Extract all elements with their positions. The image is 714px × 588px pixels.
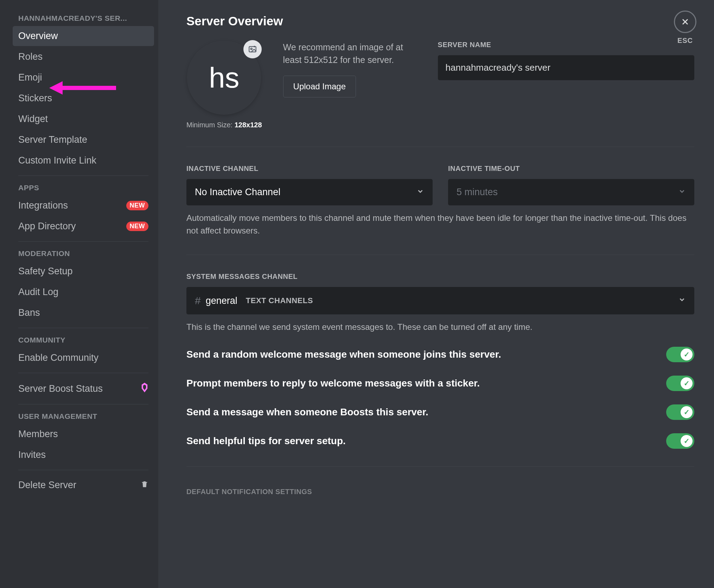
sidebar-item-label: Custom Invite Link: [18, 155, 96, 166]
sidebar-item-safety-setup[interactable]: Safety Setup: [13, 261, 154, 281]
sidebar-item-label: Bans: [18, 307, 40, 318]
inactive-help-text: Automatically move members to this chann…: [186, 212, 694, 237]
sidebar-item-server-boost-status[interactable]: Server Boost Status: [13, 378, 154, 399]
inactive-channel-value: No Inactive Channel: [195, 187, 280, 198]
sidebar-item-label: Roles: [18, 51, 43, 62]
sidebar-item-custom-invite-link[interactable]: Custom Invite Link: [13, 151, 154, 171]
sidebar-item-widget[interactable]: Widget: [13, 109, 154, 129]
sidebar-item-bans[interactable]: Bans: [13, 303, 154, 323]
chevron-down-icon: [416, 187, 424, 197]
sidebar-item-label: Integrations: [18, 200, 68, 211]
system-channel-category: TEXT CHANNELS: [246, 296, 313, 305]
chevron-down-icon: [678, 296, 686, 306]
inactive-channel-select[interactable]: No Inactive Channel: [186, 179, 433, 205]
sidebar-divider: [18, 373, 148, 373]
inactive-timeout-select[interactable]: 5 minutes: [448, 179, 694, 205]
sidebar-item-label: Audit Log: [18, 287, 58, 298]
toggle-boost-message[interactable]: ✓: [666, 404, 694, 420]
sidebar-divider: [18, 470, 148, 470]
toggle-welcome-message[interactable]: ✓: [666, 347, 694, 362]
chevron-down-icon: [678, 187, 686, 197]
section-divider: [186, 147, 694, 147]
toggle-label-sticker-prompt: Prompt members to reply to welcome messa…: [186, 378, 480, 389]
sidebar-item-label: Stickers: [18, 93, 52, 104]
min-size-text: Minimum Size: 128x128: [186, 121, 262, 129]
sidebar-section-apps: APPS: [13, 181, 154, 195]
toggle-label-boost-message: Send a message when someone Boosts this …: [186, 407, 428, 418]
inactive-timeout-label: INACTIVE TIME-OUT: [448, 165, 694, 173]
check-icon: ✓: [681, 406, 693, 418]
sidebar-item-label: Members: [18, 429, 58, 440]
hash-icon: #: [195, 295, 201, 307]
boost-icon: [141, 383, 148, 395]
sidebar-item-label: Widget: [18, 114, 48, 124]
close-area: ESC: [674, 11, 696, 45]
inactive-timeout-value: 5 minutes: [457, 187, 498, 198]
server-name-input[interactable]: [438, 55, 694, 80]
sidebar-item-stickers[interactable]: Stickers: [13, 88, 154, 108]
toggle-label-welcome-message: Send a random welcome message when someo…: [186, 349, 501, 360]
sidebar-item-server-template[interactable]: Server Template: [13, 130, 154, 150]
server-name-label: SERVER NAME: [438, 41, 694, 49]
sidebar-item-label: Overview: [18, 31, 58, 41]
new-badge: NEW: [126, 222, 149, 231]
default-notification-settings-label: DEFAULT NOTIFICATION SETTINGS: [186, 488, 694, 496]
system-messages-channel-select[interactable]: # general TEXT CHANNELS: [186, 287, 694, 314]
svg-point-1: [251, 48, 252, 50]
sidebar-item-roles[interactable]: Roles: [13, 47, 154, 67]
system-messages-channel-label: SYSTEM MESSAGES CHANNEL: [186, 273, 694, 281]
sidebar-item-overview[interactable]: Overview: [13, 26, 154, 46]
sidebar-section-moderation: MODERATION: [13, 247, 154, 261]
close-button[interactable]: [674, 11, 696, 33]
sidebar-divider: [18, 175, 148, 176]
system-channel-help-text: This is the channel we send system event…: [186, 321, 694, 333]
sidebar-item-delete-server[interactable]: Delete Server: [13, 475, 154, 495]
sidebar-divider: [18, 404, 148, 404]
sidebar-item-label: App Directory: [18, 221, 76, 232]
server-avatar-initials: hs: [209, 61, 240, 94]
section-divider: [186, 466, 694, 467]
sidebar-divider: [18, 328, 148, 328]
server-avatar[interactable]: hs: [187, 41, 261, 115]
sidebar-item-label: Emoji: [18, 72, 42, 83]
check-icon: ✓: [681, 377, 693, 389]
section-divider: [186, 255, 694, 255]
sidebar-server-name: HANNAHMACREADY'S SER...: [13, 11, 154, 25]
sidebar-item-label: Delete Server: [18, 480, 76, 491]
sidebar-item-emoji[interactable]: Emoji: [13, 68, 154, 88]
sidebar-item-integrations[interactable]: Integrations NEW: [13, 196, 154, 216]
sidebar-item-label: Server Boost Status: [18, 383, 103, 394]
inactive-channel-label: INACTIVE CHANNEL: [186, 165, 433, 173]
sidebar-item-label: Enable Community: [18, 352, 98, 363]
toggle-setup-tips[interactable]: ✓: [666, 433, 694, 449]
upload-image-button[interactable]: Upload Image: [283, 76, 356, 97]
close-esc-label: ESC: [674, 37, 696, 45]
settings-sidebar: HANNAHMACREADY'S SER... Overview Roles E…: [0, 0, 158, 588]
recommended-size-text: We recommend an image of at least 512x51…: [283, 41, 417, 66]
sidebar-item-enable-community[interactable]: Enable Community: [13, 348, 154, 368]
settings-content: ESC Server Overview hs Minimum Size: 128…: [158, 0, 714, 588]
sidebar-item-label: Invites: [18, 449, 46, 460]
system-channel-name: general: [206, 295, 237, 306]
sidebar-section-community: COMMUNITY: [13, 333, 154, 347]
sidebar-item-invites[interactable]: Invites: [13, 445, 154, 465]
check-icon: ✓: [681, 349, 693, 360]
toggle-sticker-prompt[interactable]: ✓: [666, 376, 694, 391]
sidebar-section-user-management: USER MANAGEMENT: [13, 409, 154, 423]
toggle-label-setup-tips: Send helpful tips for server setup.: [186, 435, 346, 447]
page-title: Server Overview: [186, 14, 694, 28]
close-icon: [680, 17, 690, 27]
trash-icon: [141, 480, 148, 491]
new-badge: NEW: [126, 201, 149, 210]
sidebar-item-label: Safety Setup: [18, 266, 73, 277]
sidebar-item-audit-log[interactable]: Audit Log: [13, 282, 154, 302]
sidebar-item-label: Server Template: [18, 134, 87, 145]
check-icon: ✓: [681, 435, 693, 447]
upload-image-icon[interactable]: [243, 40, 262, 58]
sidebar-divider: [18, 241, 148, 242]
sidebar-item-members[interactable]: Members: [13, 424, 154, 444]
sidebar-item-app-directory[interactable]: App Directory NEW: [13, 216, 154, 236]
